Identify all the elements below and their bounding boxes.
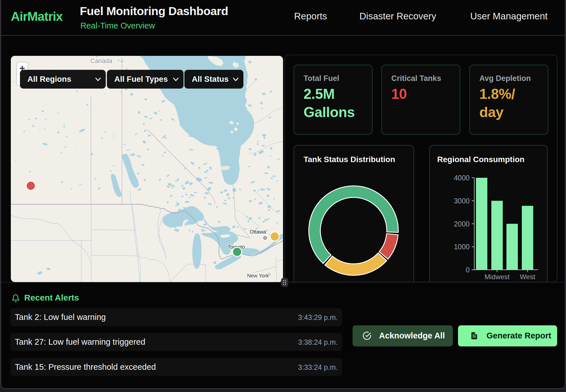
svg-text:Canada: Canada [90, 57, 113, 64]
svg-text:Ottawa: Ottawa [250, 229, 266, 235]
svg-text:New York: New York [247, 273, 269, 279]
svg-text:4000: 4000 [454, 174, 470, 182]
svg-text:0: 0 [466, 266, 470, 274]
svg-text:2000: 2000 [454, 220, 470, 228]
svg-text:1000: 1000 [454, 243, 470, 251]
svg-text:West: West [520, 273, 536, 281]
svg-text:3000: 3000 [454, 197, 470, 205]
svg-text:Midwest: Midwest [484, 273, 510, 281]
